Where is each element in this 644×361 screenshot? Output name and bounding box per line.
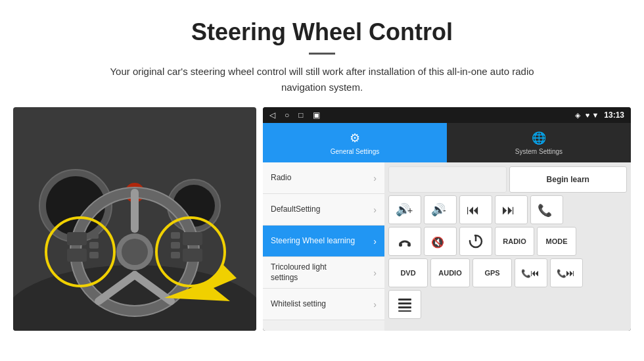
svg-text:+: + — [407, 205, 413, 216]
tab-general-settings[interactable]: ⚙ General Settings — [263, 123, 447, 162]
menu-control-area: Radio › DefaultSetting › Steering Wheel … — [263, 162, 631, 331]
svg-rect-21 — [171, 232, 180, 239]
menu-item-whitelist[interactable]: Whitelist setting › — [263, 289, 384, 320]
svg-text:⏭: ⏭ — [566, 268, 575, 278]
empty-slot — [388, 166, 507, 193]
menu-item-steering[interactable]: Steering Wheel learning › — [263, 226, 384, 257]
call-prev-button[interactable]: 📞 ⏮ — [515, 258, 547, 287]
next-track-button[interactable]: ⏭ — [495, 195, 528, 224]
svg-rect-17 — [89, 242, 99, 249]
mode-button[interactable]: MODE — [537, 227, 576, 256]
chevron-radio: › — [373, 173, 377, 183]
svg-rect-16 — [89, 232, 99, 239]
gps-button[interactable]: GPS — [472, 258, 512, 287]
chevron-whitelist: › — [373, 299, 377, 310]
location-icon: ◈ — [575, 111, 580, 120]
screen-icon[interactable]: ▣ — [313, 110, 320, 120]
svg-point-13 — [122, 239, 148, 265]
svg-rect-22 — [171, 242, 180, 249]
time-display: 13:13 — [604, 110, 624, 120]
menu-steering-label: Steering Wheel learning — [271, 236, 355, 247]
control-row-3: 🔇 RADIO MODE — [388, 227, 627, 256]
hangup-button[interactable] — [388, 227, 421, 256]
prev-track-button[interactable]: ⏮ — [459, 195, 492, 224]
svg-text:⏮: ⏮ — [467, 203, 480, 217]
svg-rect-43 — [398, 299, 411, 301]
svg-text:📞: 📞 — [538, 203, 553, 218]
svg-rect-45 — [398, 306, 411, 308]
wifi-icon: ♥ ▼ — [586, 111, 599, 119]
menu-default-label: DefaultSetting — [271, 205, 320, 215]
chevron-default: › — [373, 205, 377, 215]
page-header: Steering Wheel Control Your original car… — [0, 0, 644, 107]
svg-rect-34 — [399, 243, 402, 247]
svg-rect-19 — [183, 232, 202, 245]
svg-text:📞: 📞 — [557, 268, 566, 278]
list-button[interactable] — [388, 290, 421, 319]
menu-radio-label: Radio — [271, 173, 291, 183]
svg-text:-: - — [443, 205, 446, 216]
svg-text:⏮: ⏮ — [530, 268, 540, 278]
title-divider — [309, 53, 335, 55]
svg-rect-20 — [183, 249, 202, 262]
menu-item-radio[interactable]: Radio › — [263, 162, 384, 194]
menu-item-tricolour[interactable]: Tricoloured lightsettings › — [263, 257, 384, 289]
page-title: Steering Wheel Control — [26, 18, 618, 46]
svg-rect-35 — [407, 243, 411, 247]
power-button[interactable] — [459, 227, 492, 256]
chevron-tricolour: › — [373, 268, 377, 278]
svg-rect-18 — [89, 252, 99, 258]
content-area: ◁ ○ □ ▣ ◈ ♥ ▼ 13:13 ⚙ General Settings 🌐… — [0, 107, 644, 344]
android-panel: ◁ ○ □ ▣ ◈ ♥ ▼ 13:13 ⚙ General Settings 🌐… — [263, 107, 631, 331]
tab-bar: ⚙ General Settings 🌐 System Settings — [263, 123, 631, 162]
audio-button[interactable]: AUDIO — [430, 258, 470, 287]
page-subtitle: Your original car's steering wheel contr… — [92, 64, 552, 95]
begin-learn-button[interactable]: Begin learn — [509, 166, 628, 193]
radio-button[interactable]: RADIO — [495, 227, 534, 256]
recent-icon[interactable]: □ — [298, 110, 303, 120]
control-row-2: 🔊+ 🔊- ⏮ ⏭ 📞 — [388, 195, 627, 224]
vol-down-button[interactable]: 🔊- — [424, 195, 457, 224]
phone-button[interactable]: 📞 — [530, 195, 563, 224]
dvd-button[interactable]: DVD — [388, 258, 428, 287]
control-row-5 — [388, 290, 627, 319]
home-icon[interactable]: ○ — [285, 110, 289, 120]
status-bar-right: ◈ ♥ ▼ 13:13 — [575, 110, 624, 120]
svg-rect-44 — [398, 302, 411, 304]
status-bar: ◁ ○ □ ▣ ◈ ♥ ▼ 13:13 — [263, 107, 631, 123]
control-row-4: DVD AUDIO GPS 📞 ⏮ 📞 ⏭ — [388, 258, 627, 287]
tab-system-label: System Settings — [515, 148, 563, 155]
control-panel: Begin learn 🔊+ 🔊- ⏮ ⏭ — [384, 162, 631, 331]
control-row-1: Begin learn — [388, 166, 627, 193]
car-image — [13, 107, 256, 331]
svg-text:🔇: 🔇 — [431, 236, 444, 249]
svg-rect-46 — [398, 310, 411, 312]
menu-item-default[interactable]: DefaultSetting › — [263, 194, 384, 226]
vol-up-button[interactable]: 🔊+ — [388, 195, 421, 224]
svg-rect-15 — [67, 249, 87, 262]
system-icon: 🌐 — [532, 131, 546, 145]
settings-icon: ⚙ — [350, 131, 360, 145]
svg-text:📞: 📞 — [521, 268, 531, 278]
call-next-button[interactable]: 📞 ⏭ — [550, 258, 583, 287]
menu-whitelist-label: Whitelist setting — [271, 299, 326, 310]
status-bar-left: ◁ ○ □ ▣ — [269, 110, 320, 120]
menu-tricolour-label: Tricoloured lightsettings — [271, 262, 327, 283]
svg-text:⏭: ⏭ — [502, 203, 515, 217]
chevron-steering: › — [373, 236, 377, 247]
menu-list: Radio › DefaultSetting › Steering Wheel … — [263, 162, 384, 331]
mute-button[interactable]: 🔇 — [424, 227, 457, 256]
svg-rect-23 — [171, 252, 180, 258]
tab-general-label: General Settings — [331, 148, 380, 155]
svg-rect-14 — [67, 232, 87, 245]
tab-system-settings[interactable]: 🌐 System Settings — [447, 123, 631, 162]
back-icon[interactable]: ◁ — [269, 110, 275, 120]
